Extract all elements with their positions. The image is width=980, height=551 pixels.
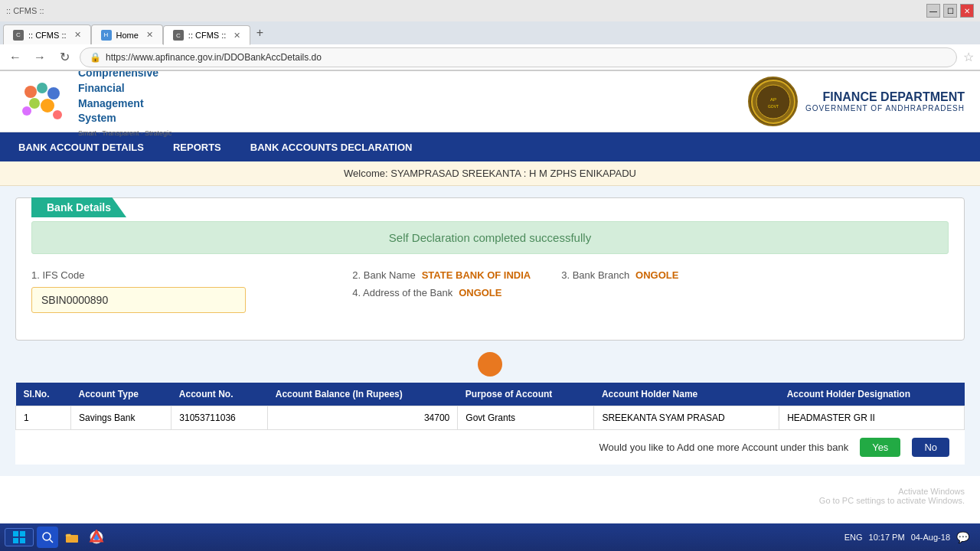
system-tray: ENG 10:17 PM 04-Aug-18 💬 (838, 531, 975, 543)
svg-text:AP: AP (770, 96, 776, 101)
svg-point-2 (47, 87, 60, 99)
logo-section: Comprehensive Financial Management Syste… (15, 71, 172, 137)
start-button[interactable] (5, 528, 34, 546)
svg-point-15 (43, 533, 51, 540)
col-purpose: Purpose of Account (458, 383, 594, 406)
notifications-icon[interactable]: 💬 (956, 531, 969, 543)
dept-name: FINANCE DEPARTMENT (805, 90, 965, 104)
add-account-question: Would you like to Add one more Account u… (15, 430, 965, 465)
tab-3[interactable]: C :: CFMS :: ✕ (163, 25, 251, 45)
bank-address-field: 4. Address of the Bank ONGOLE (352, 287, 501, 298)
svg-point-5 (22, 106, 31, 116)
ifs-code-input[interactable] (31, 287, 246, 313)
cell-account-type: Savings Bank (71, 406, 172, 430)
bank-address-value: ONGOLE (459, 287, 501, 298)
bank-name-field: 2. Bank Name STATE BANK OF INDIA (352, 269, 531, 281)
nav-bank-account-details[interactable]: BANK ACCOUNT DETAILS (15, 132, 147, 161)
url-text: https://www.apfinance.gov.in/DDOBankAccD… (106, 52, 322, 63)
yes-button[interactable]: Yes (860, 438, 900, 457)
ap-emblem: AP GOVT (748, 77, 798, 126)
success-message: Self Declaration completed successfully (389, 231, 591, 244)
logo-text: Comprehensive Financial Management Syste… (78, 71, 172, 126)
back-button[interactable]: ← (6, 48, 24, 67)
minimize-button[interactable]: — (926, 4, 940, 18)
bank-details-card: Bank Details Self Declaration completed … (15, 197, 965, 341)
windows-icon (13, 531, 25, 543)
forward-button[interactable]: → (31, 48, 49, 67)
svg-rect-12 (20, 531, 25, 536)
svg-rect-13 (13, 538, 18, 543)
clock-date: 04-Aug-18 (911, 533, 950, 542)
lang-indicator: ENG (844, 533, 863, 542)
bookmark-icon[interactable]: ☆ (963, 50, 974, 64)
search-icon (41, 531, 54, 543)
cell-holder-designation: HEADMASTER GR II (779, 406, 965, 430)
nav-bank-accounts-declaration[interactable]: BANK ACCOUNTS DECLARATION (247, 132, 416, 161)
dept-sub: GOVERNMENT OF ANDHRAPRADESH (805, 104, 965, 112)
nav-bar: BANK ACCOUNT DETAILS REPORTS BANK ACCOUN… (0, 132, 980, 161)
taskbar: ENG 10:17 PM 04-Aug-18 💬 (0, 523, 980, 551)
dept-text: FINANCE DEPARTMENT GOVERNMENT OF ANDHRAP… (805, 90, 965, 112)
browser-chrome: :: CFMS :: — ☐ ✕ C :: CFMS :: ✕ H Home ✕… (0, 0, 980, 71)
taskbar-file-explorer[interactable] (61, 527, 83, 548)
welcome-text: Welcome: SYAMPRASAD SREEKANTA : H M ZPHS… (344, 168, 636, 179)
col-account-type: Account Type (71, 383, 172, 406)
activate-watermark: Activate Windows Go to PC settings to ac… (819, 487, 965, 505)
cfms-logo (15, 77, 69, 126)
field-row-1: 2. Bank Name STATE BANK OF INDIA 3. Bank… (352, 269, 949, 281)
bank-branch-field: 3. Bank Branch ONGOLE (561, 269, 678, 281)
taskbar-chrome[interactable] (86, 527, 107, 548)
table-row: 1 Savings Bank 31053711036 34700 Govt Gr… (16, 406, 965, 430)
cell-purpose: Govt Grants (458, 406, 594, 430)
tab-1[interactable]: C :: CFMS :: ✕ (3, 24, 91, 44)
tab-label-3: :: CFMS :: (188, 31, 227, 40)
svg-rect-11 (13, 531, 18, 536)
cell-balance: 34700 (268, 406, 458, 430)
page-content: Comprehensive Financial Management Syste… (0, 71, 980, 551)
no-button[interactable]: No (912, 438, 949, 457)
col-holder-name: Account Holder Name (594, 383, 779, 406)
tab-2[interactable]: H Home ✕ (91, 24, 163, 44)
page-header: Comprehensive Financial Management Syste… (0, 71, 980, 132)
title-bar: :: CFMS :: — ☐ ✕ (0, 0, 980, 21)
svg-point-3 (29, 98, 40, 109)
bank-name-label: 2. Bank Name (352, 269, 415, 281)
refresh-button[interactable]: ↻ (55, 48, 74, 67)
tab-close-1[interactable]: ✕ (74, 30, 81, 40)
scroll-dot (478, 352, 502, 377)
logo-text-block: Comprehensive Financial Management Syste… (78, 71, 172, 137)
close-button[interactable]: ✕ (960, 4, 974, 18)
maximize-button[interactable]: ☐ (943, 4, 957, 18)
url-input[interactable]: 🔒 https://www.apfinance.gov.in/DDOBankAc… (80, 47, 957, 67)
field-row-2: 4. Address of the Bank ONGOLE (352, 287, 949, 298)
svg-point-0 (24, 86, 37, 98)
nav-reports[interactable]: REPORTS (170, 132, 224, 161)
tab-favicon-1: C (13, 30, 24, 41)
svg-text:GOVT: GOVT (767, 103, 778, 108)
address-bar: ← → ↻ 🔒 https://www.apfinance.gov.in/DDO… (0, 44, 980, 70)
tab-label-1: :: CFMS :: (28, 31, 67, 40)
welcome-bar: Welcome: SYAMPRASAD SREEKANTA : H M ZPHS… (0, 161, 980, 186)
clock-time: 10:17 PM (869, 533, 905, 542)
cell-holder-name: SREEKANTA SYAM PRASAD (594, 406, 779, 430)
main-content: Bank Details Self Declaration completed … (0, 186, 980, 476)
bank-name-value: STATE BANK OF INDIA (422, 269, 531, 281)
bank-address-label: 4. Address of the Bank (352, 287, 452, 298)
window-controls: — ☐ ✕ (926, 4, 974, 18)
col-sl-no: Sl.No. (16, 383, 71, 406)
new-tab-button[interactable]: + (250, 24, 269, 42)
taskbar-search[interactable] (37, 527, 58, 548)
cell-account-no: 31053711036 (172, 406, 268, 430)
ifs-code-label: 1. IFS Code (31, 269, 329, 281)
bank-branch-label: 3. Bank Branch (561, 269, 629, 281)
chrome-icon (89, 530, 104, 545)
success-banner: Self Declaration completed successfully (31, 221, 949, 254)
svg-point-1 (37, 83, 47, 93)
tab-close-2[interactable]: ✕ (146, 30, 153, 40)
question-text: Would you like to Add one more Account u… (599, 442, 848, 453)
accounts-table: Sl.No. Account Type Account No. Account … (15, 383, 965, 430)
finance-dept: AP GOVT FINANCE DEPARTMENT GOVERNMENT OF… (748, 77, 965, 126)
activate-line1: Activate Windows (819, 487, 965, 496)
tab-close-3[interactable]: ✕ (234, 31, 240, 41)
folder-icon (64, 530, 80, 545)
